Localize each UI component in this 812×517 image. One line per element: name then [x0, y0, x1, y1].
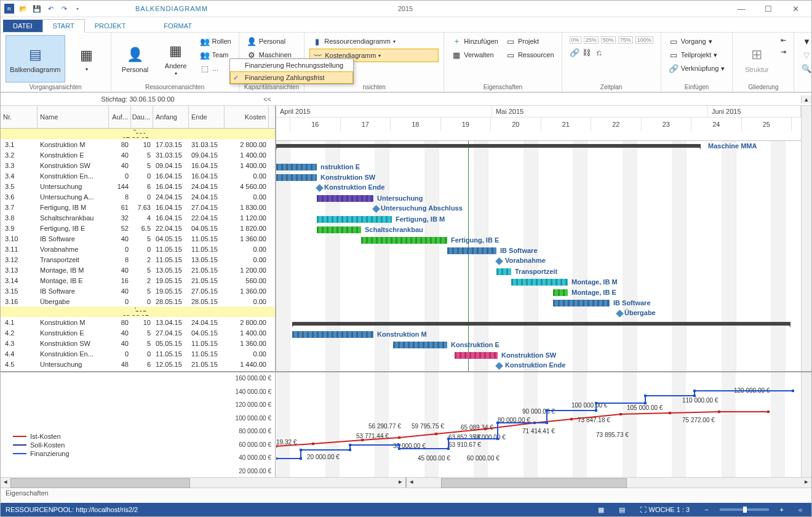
ins-vorgang[interactable]: ▭Vorgang ▾	[666, 35, 728, 47]
table-row[interactable]: 3.15IB Software40519.05.1527.05.151 360.…	[1, 286, 275, 296]
table-row[interactable]: − 4Maschine ASE5054713.04.1522.06.1516 1…	[1, 307, 275, 317]
table-row[interactable]: 3.3Konstruktion SW40509.04.1516.04.151 4…	[1, 160, 275, 170]
milestone[interactable]	[372, 205, 380, 213]
task-bar[interactable]: Transportzeit	[496, 268, 511, 275]
close-button[interactable]: ✕	[783, 2, 808, 15]
task-bar[interactable]: IB Software	[553, 300, 610, 307]
eig-projekt-button[interactable]: ▭Projekt	[503, 35, 557, 47]
task-bar[interactable]: Montage, IB E	[553, 289, 568, 296]
table-row[interactable]: − 3Maschine MMA60153.6316.03.1507.06.151…	[1, 129, 275, 139]
table-row[interactable]: 3.10IB Software40504.05.1511.05.151 360.…	[1, 233, 275, 244]
save-icon[interactable]: 💾	[33, 4, 41, 13]
table-row[interactable]: 3.7Fertigung, IB M617.6316.04.1527.04.15…	[1, 202, 275, 212]
rollen-button[interactable]: 👥Rollen	[197, 35, 234, 47]
table-row[interactable]: 3.8Schaltschrankbau32416.04.1522.04.151 …	[1, 212, 275, 223]
col-name[interactable]: Name	[38, 106, 109, 128]
undo-icon[interactable]: ↶	[46, 4, 55, 13]
table-row[interactable]: 4.1Konstruktion M801013.04.1524.04.152 8…	[1, 317, 275, 327]
verwalten-button[interactable]: ▦Verwalten	[449, 49, 501, 61]
outdent-button[interactable]: ⇥	[778, 47, 789, 57]
ins-verknuepf[interactable]: 🔗Verknüpfung ▾	[666, 62, 728, 74]
col-ende[interactable]: Ende	[189, 106, 225, 128]
indent-button[interactable]: ⇤	[778, 35, 789, 46]
table-row[interactable]: 3.6Untersuchung A...8024.04.1524.04.150.…	[1, 191, 275, 202]
redo-icon[interactable]: ↷	[60, 4, 68, 13]
personal-button[interactable]: 👤Personal	[116, 35, 154, 82]
milestone[interactable]	[616, 310, 624, 318]
eig-ressourcen-button[interactable]: ▭Ressourcen	[503, 49, 557, 61]
vertical-scrollbar[interactable]	[801, 106, 811, 371]
cost-chart-area[interactable]: 19.32 €53 771.44 €56 290.77 €59 795.75 €…	[276, 372, 801, 477]
table-row[interactable]: 3.16Übergabe0028.05.1528.05.150.00	[1, 296, 275, 307]
tab-datei[interactable]: DATEI	[3, 20, 42, 32]
folder-open-icon[interactable]: 📂	[19, 4, 28, 13]
status-view2[interactable]: ▤	[615, 506, 629, 514]
menu-finanzierung-zahlung[interactable]: ✓Finanzierung Zahlungsfrist	[230, 71, 353, 84]
balkendiagramm-button[interactable]: ▤ Balkendiagramm	[6, 35, 65, 82]
col-kosten[interactable]: Kosten	[225, 106, 269, 128]
zoom-out[interactable]: −	[701, 506, 712, 513]
minimize-button[interactable]: —	[729, 2, 754, 15]
task-bar[interactable]: Schaltschrankbau	[317, 226, 361, 233]
table-row[interactable]: 4.4Konstruktion En...0011.05.1511.05.150…	[1, 348, 275, 359]
milestone[interactable]	[495, 362, 503, 370]
team-button[interactable]: 👥Team	[197, 49, 234, 61]
col-anfang[interactable]: Anfang	[153, 106, 189, 128]
task-bar[interactable]: Konstruktion M	[292, 331, 373, 338]
status-view1[interactable]: ▦	[594, 506, 608, 514]
andere-button[interactable]: ▦Andere▾	[157, 35, 195, 82]
menu-finanzierung-rechnung[interactable]: Finanzierung Rechnungsstellung	[230, 59, 353, 71]
task-bar[interactable]: Montage, IB M	[511, 279, 568, 286]
task-bar[interactable]: Konstruktion SW	[455, 352, 498, 359]
tab-projekt[interactable]: PROJEKT	[85, 20, 136, 32]
kap-personal-button[interactable]: 👤Personal	[244, 35, 294, 47]
scroll-up-button[interactable]: ▴	[801, 95, 811, 103]
ressourcendiagramm-button[interactable]: ▮Ressourcendiagramm ▾	[309, 35, 439, 47]
col-nr[interactable]: Nr.	[1, 106, 38, 128]
tab-start[interactable]: START	[42, 19, 85, 33]
col-auf[interactable]: Auf...	[109, 106, 131, 128]
link-buttons[interactable]: 🔗⛓⎌	[567, 46, 656, 58]
task-bar[interactable]: Fertigung, IB M	[317, 216, 392, 223]
status-zoom-mode[interactable]: ⛶ WOCHE 1 : 3	[636, 506, 694, 513]
table-row[interactable]: 3.2Konstruktion E40531.03.1509.04.151 40…	[1, 150, 275, 160]
horizontal-scrollbar[interactable]: ◂ ▸ ◂ ▸	[1, 477, 811, 487]
zoom-slider[interactable]	[720, 508, 769, 511]
col-dau[interactable]: Dau...	[131, 106, 153, 128]
table-row[interactable]: 3.9Fertigung, IB E526.522.04.1504.05.151…	[1, 223, 275, 233]
table-row[interactable]: 4.3Konstruktion SW40505.05.1511.05.151 3…	[1, 338, 275, 348]
table-row[interactable]: 3.11Vorabnahme0011.05.1511.05.150.00	[1, 244, 275, 254]
task-bar[interactable]: Untersuchung	[317, 195, 373, 202]
filtern-button[interactable]: ▼Filtern	[799, 35, 812, 47]
milestone[interactable]	[316, 184, 324, 192]
task-bar[interactable]: Konstruktion E	[393, 342, 447, 348]
table-row[interactable]: 3.12Transportzeit8211.05.1513.05.150.00	[1, 254, 275, 265]
properties-bar[interactable]: Eigenschaften	[1, 487, 811, 503]
maximize-button[interactable]: ☐	[756, 2, 781, 15]
summary-bar[interactable]	[276, 144, 701, 148]
task-bar[interactable]: Konstruktion SW	[276, 174, 317, 181]
table-row[interactable]: 3.1Konstruktion M801017.03.1531.03.152 8…	[1, 139, 275, 150]
ins-teilprojekt[interactable]: ▭Teilprojekt ▾	[666, 49, 728, 61]
status-resize[interactable]: ⟐	[795, 506, 806, 513]
filter-loeschen-button[interactable]: ▽Filter löschen	[799, 49, 812, 61]
summary-bar[interactable]	[292, 322, 790, 326]
zoom-in[interactable]: +	[776, 506, 787, 513]
task-bar[interactable]: IB Software	[447, 247, 496, 254]
table-row[interactable]: 3.5Untersuchung144616.04.1524.04.154 560…	[1, 181, 275, 191]
tab-format[interactable]: FORMAT	[154, 20, 202, 32]
qat-dropdown-icon[interactable]: ▾	[73, 4, 82, 13]
table-row[interactable]: 3.14Montage, IB E16219.05.1521.05.15560.…	[1, 275, 275, 286]
hinzufuegen-button[interactable]: ＋Hinzufügen	[449, 35, 501, 47]
vorgang-more-button[interactable]: ▦▾	[68, 35, 106, 82]
task-bar[interactable]: Fertigung, IB E	[361, 237, 447, 244]
table-row[interactable]: 3.13Montage, IB M40513.05.1521.05.151 20…	[1, 265, 275, 275]
pool-button[interactable]: ⬚…	[197, 62, 234, 74]
table-row[interactable]: 3.4Konstruktion En...0016.04.1516.04.150…	[1, 170, 275, 181]
task-bar[interactable]: nstruktion E	[276, 164, 317, 170]
struktur-button[interactable]: ⊞Struktur	[738, 35, 776, 82]
table-row[interactable]: 4.5Untersuchung48612.05.1521.05.151 440.…	[1, 359, 275, 369]
suchen-button[interactable]: 🔍Suchen	[799, 62, 812, 74]
milestone[interactable]	[495, 257, 503, 265]
collapse-table-button[interactable]: <<	[263, 95, 271, 103]
